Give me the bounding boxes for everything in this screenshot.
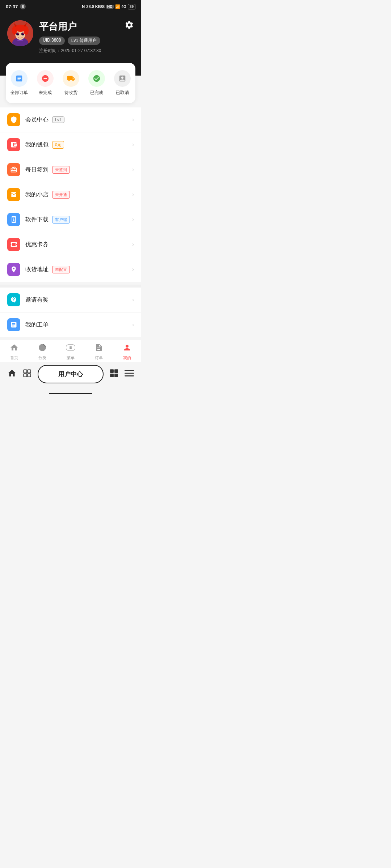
menu-invite[interactable]: 邀请有奖 › bbox=[0, 288, 141, 312]
menu-coupon[interactable]: 优惠卡券 › bbox=[0, 232, 141, 257]
nav-home[interactable]: 首页 bbox=[0, 343, 28, 361]
svg-point-10 bbox=[18, 33, 19, 34]
order-all-label: 全部订单 bbox=[10, 90, 28, 96]
svg-rect-14 bbox=[70, 346, 72, 347]
level-badge: Lv1 普通用户 bbox=[68, 37, 101, 45]
svg-point-4 bbox=[12, 26, 17, 35]
checkin-text: 每日签到 未签到 bbox=[25, 166, 132, 174]
checkin-tag: 未签到 bbox=[52, 166, 70, 174]
battery-icon: 39 bbox=[128, 4, 135, 9]
speed-indicator: 28.0 KB/S bbox=[86, 4, 105, 9]
nav-mine[interactable]: 我的 bbox=[113, 343, 141, 361]
coupon-chevron: › bbox=[132, 241, 134, 248]
nav-menu[interactable]: 菜单 bbox=[56, 343, 85, 361]
workorder-text: 我的工单 bbox=[25, 321, 132, 329]
address-chevron: › bbox=[132, 266, 134, 273]
vip-icon bbox=[7, 113, 20, 126]
wallet-tag: 0元 bbox=[52, 141, 64, 149]
order-pending[interactable]: 待收货 bbox=[63, 70, 79, 96]
order-complete-label: 已完成 bbox=[90, 90, 103, 96]
nav-category-label: 分类 bbox=[38, 355, 46, 361]
coupon-icon bbox=[7, 238, 20, 251]
status-right: N 28.0 KB/S HD 📶 4G 39 bbox=[82, 4, 135, 9]
svg-point-11 bbox=[23, 33, 24, 34]
coupon-text: 优惠卡券 bbox=[25, 241, 132, 248]
order-cancelled-label: 已取消 bbox=[116, 90, 129, 96]
nav-orders-icon bbox=[94, 343, 103, 354]
home-indicator bbox=[49, 393, 92, 394]
back-action-icon[interactable] bbox=[22, 369, 32, 380]
download-text: 软件下载 客户端 bbox=[25, 216, 132, 224]
shop-chevron: › bbox=[132, 191, 134, 198]
avatar[interactable] bbox=[7, 20, 33, 46]
address-icon bbox=[7, 263, 20, 276]
vip-text: 会员中心 Lv1 bbox=[25, 116, 132, 124]
order-cancelled[interactable]: 已取消 bbox=[114, 70, 131, 96]
status-time: 07:37 bbox=[6, 4, 18, 9]
menu-workorder[interactable]: 我的工单 › bbox=[0, 312, 141, 337]
uid-badge: UID:3808 bbox=[39, 37, 65, 45]
checkin-chevron: › bbox=[132, 166, 134, 173]
download-chevron: › bbox=[132, 216, 134, 223]
invite-chevron: › bbox=[132, 297, 134, 303]
nav-orders[interactable]: 订单 bbox=[85, 343, 113, 361]
workorder-chevron: › bbox=[132, 322, 134, 328]
order-pending-label: 待收货 bbox=[64, 90, 77, 96]
home-action-icon[interactable] bbox=[7, 369, 17, 380]
svg-rect-23 bbox=[110, 374, 114, 377]
nfc-icon: N bbox=[82, 4, 85, 9]
menu-shop[interactable]: 我的小店 未开通 › bbox=[0, 182, 141, 207]
menu-action-icon[interactable] bbox=[125, 369, 134, 380]
nav-orders-label: 订单 bbox=[95, 355, 103, 361]
nav-mine-label: 我的 bbox=[123, 355, 131, 361]
svg-point-5 bbox=[24, 26, 29, 35]
address-tag: 未配置 bbox=[52, 266, 70, 273]
nav-menu-label: 菜单 bbox=[67, 355, 75, 361]
menu-checkin[interactable]: 每日签到 未签到 › bbox=[0, 157, 141, 182]
nav-category[interactable]: 分类 bbox=[28, 343, 56, 361]
order-all[interactable]: 全部订单 bbox=[10, 70, 28, 96]
wifi-icon: 📶 bbox=[115, 4, 120, 9]
bottom-action-bar: 用户中心 bbox=[0, 362, 141, 391]
menu-wallet[interactable]: 我的钱包 0元 › bbox=[0, 132, 141, 157]
profile-badges: UID:3808 Lv1 普通用户 bbox=[39, 37, 134, 45]
grid-action-icon[interactable] bbox=[109, 369, 119, 380]
shop-text: 我的小店 未开通 bbox=[25, 191, 132, 199]
signal-icon: 4G bbox=[122, 5, 126, 9]
svg-rect-12 bbox=[17, 40, 23, 41]
menu-section-2: 邀请有奖 › 我的工单 › bbox=[0, 288, 141, 337]
download-tag: 客户端 bbox=[52, 216, 70, 224]
order-all-icon bbox=[11, 70, 28, 87]
nav-home-label: 首页 bbox=[10, 355, 18, 361]
user-center-button[interactable]: 用户中心 bbox=[38, 365, 104, 383]
svg-rect-18 bbox=[28, 370, 31, 373]
wallet-text: 我的钱包 0元 bbox=[25, 141, 132, 149]
svg-rect-20 bbox=[28, 374, 31, 377]
menu-address[interactable]: 收货地址 未配置 › bbox=[0, 257, 141, 282]
svg-rect-16 bbox=[70, 348, 72, 349]
order-incomplete[interactable]: 未完成 bbox=[37, 70, 54, 96]
address-text: 收货地址 未配置 bbox=[25, 266, 132, 273]
register-date: 注册时间：2025-01-27 07:32:30 bbox=[39, 48, 134, 54]
settings-button[interactable] bbox=[125, 20, 134, 32]
svg-rect-15 bbox=[70, 347, 72, 348]
order-complete-icon bbox=[88, 70, 105, 87]
order-pending-icon bbox=[63, 70, 79, 87]
shop-icon bbox=[7, 188, 20, 201]
workorder-icon bbox=[7, 318, 20, 331]
hd-badge: HD bbox=[106, 5, 113, 9]
nav-home-icon bbox=[10, 343, 18, 354]
profile-name: 平台用户 bbox=[39, 20, 134, 33]
vip-tag: Lv1 bbox=[52, 116, 64, 123]
nav-menu-icon bbox=[66, 343, 75, 354]
svg-rect-19 bbox=[24, 374, 27, 377]
nav-mine-icon bbox=[123, 343, 131, 354]
checkin-icon bbox=[7, 163, 20, 176]
menu-vip[interactable]: 会员中心 Lv1 › bbox=[0, 107, 141, 132]
menu-download[interactable]: 软件下载 客户端 › bbox=[0, 207, 141, 232]
svg-rect-24 bbox=[114, 374, 118, 377]
download-icon bbox=[7, 213, 20, 226]
order-cancelled-icon bbox=[114, 70, 131, 87]
status-bar: 07:37 6 N 28.0 KB/S HD 📶 4G 39 bbox=[0, 0, 141, 13]
order-complete[interactable]: 已完成 bbox=[88, 70, 105, 96]
